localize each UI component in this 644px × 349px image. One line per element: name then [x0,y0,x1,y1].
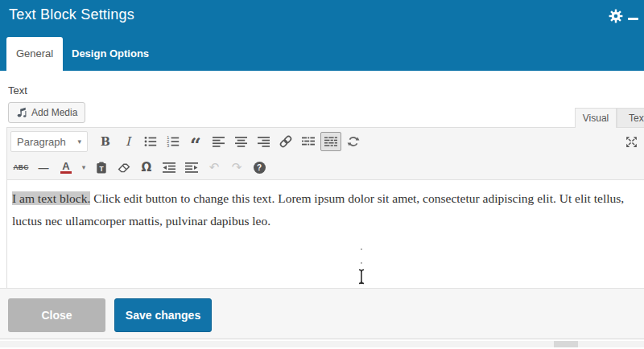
link-button[interactable] [275,132,296,151]
read-more-button[interactable] [298,132,319,151]
link-icon [279,134,293,149]
text-field-label: Text [8,84,27,96]
align-left-button[interactable] [208,132,229,151]
paragraph-select[interactable]: Paragraph ▾ [10,131,88,152]
gear-icon [608,8,624,24]
text-color-dropdown[interactable]: ▾ [78,158,89,177]
strikethrough-button[interactable]: ABC [10,158,31,177]
selected-text: I am text block. [12,191,90,205]
italic-icon: I [126,134,130,149]
paste-as-text-button[interactable]: T [91,158,112,177]
media-icon [16,107,27,118]
align-right-button[interactable] [253,132,274,151]
wysiwyg-editor: Paragraph ▾ B I 1 2 3 [6,127,644,288]
text-block-settings-modal: Text Block Settings General Design Optio… [0,0,644,349]
svg-text:T: T [99,164,104,172]
fullscreen-button[interactable] [621,132,642,151]
undo-icon: ↶ [209,160,220,174]
redo-button[interactable]: ↷ [226,158,247,177]
toolbar-toggle-icon [324,137,337,147]
indent-icon [185,162,198,173]
editor-tab-visual[interactable]: Visual [575,108,617,128]
paragraph-select-value: Paragraph [17,136,66,148]
outdent-icon [163,162,175,173]
toolbar-row-2: ABC — A ▾ T [7,155,644,180]
tab-general[interactable]: General [6,37,63,71]
cursor-artifact-dot [361,248,362,250]
bullet-list-button[interactable] [140,132,161,151]
align-center-icon [235,137,247,147]
editor-content-area[interactable]: I am text block. Click edit button to ch… [7,180,644,302]
editor-tab-text[interactable]: Text [617,108,644,128]
redo-icon: ↷ [232,160,242,174]
paragraph-line-2: luctus nec ullamcorper mattis, pulvinar … [12,214,270,228]
help-icon: ? [254,162,266,174]
add-media-button[interactable]: Add Media [8,102,85,123]
refresh-icon [347,135,360,148]
refresh-button[interactable] [343,132,364,151]
paragraph-text: Click edit button to change this text. L… [90,191,624,205]
undo-button[interactable]: ↶ [204,158,225,177]
horizontal-scrollbar-thumb[interactable] [554,341,578,347]
align-center-button[interactable] [230,132,251,151]
italic-button[interactable]: I [118,132,138,151]
settings-button[interactable] [608,8,624,24]
numbered-list-button[interactable]: 1 2 3 [163,132,184,151]
blockquote-button[interactable]: “ [185,132,206,151]
horizontal-rule-icon: — [39,162,49,174]
chevron-down-icon: ▾ [77,138,81,146]
minimize-button[interactable] [628,18,638,20]
paragraph-line-1: I am text block. Click edit button to ch… [12,191,624,205]
bold-icon: B [101,135,110,148]
align-left-icon [213,137,225,147]
bold-button[interactable]: B [95,132,116,151]
horizontal-rule-button[interactable]: — [33,158,54,177]
blockquote-icon: “ [190,142,201,150]
strikethrough-icon: ABC [13,163,28,171]
eraser-icon [118,162,130,173]
close-button[interactable]: Close [8,298,105,332]
special-character-button[interactable]: Ω [136,158,157,177]
horizontal-scrollbar-track [0,341,644,347]
paste-as-text-icon: T [96,162,107,174]
outdent-button[interactable] [159,158,180,177]
modal-footer: Close Save changes [0,288,644,339]
text-color-icon: A [60,161,71,174]
fullscreen-icon [625,136,638,148]
save-changes-button[interactable]: Save changes [114,298,212,332]
add-media-label: Add Media [31,107,77,118]
modal-title: Text Block Settings [9,6,134,23]
toolbar-row-1: Paragraph ▾ B I 1 2 3 [7,128,644,155]
bullet-list-icon [144,136,157,147]
clear-formatting-button[interactable] [114,158,134,177]
align-right-icon [258,137,270,147]
text-color-button[interactable]: A [56,158,76,177]
help-button[interactable]: ? [249,158,270,177]
svg-text:3: 3 [167,143,169,147]
numbered-list-icon: 1 2 3 [167,136,180,147]
cursor-artifact-dot [361,262,362,264]
indent-button[interactable] [181,158,202,177]
tab-design-options[interactable]: Design Options [72,37,149,71]
mouse-cursor-ibeam [356,269,367,288]
chevron-down-icon: ▾ [82,163,86,171]
omega-icon: Ω [142,160,152,174]
toolbar-toggle-button[interactable] [320,132,341,151]
read-more-icon [302,137,315,146]
modal-header: Text Block Settings General Design Optio… [0,0,644,71]
